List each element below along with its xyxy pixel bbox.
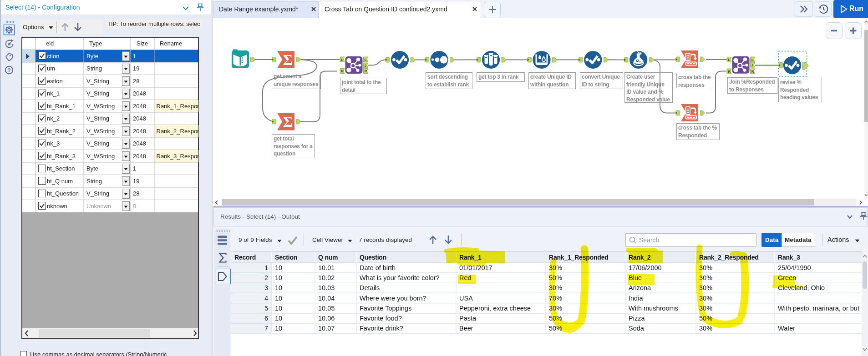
svg-text:R: R [365, 69, 367, 73]
svg-text:R: R [341, 69, 344, 73]
svg-text:L: L [728, 58, 730, 62]
svg-text:Σ: Σ [283, 52, 293, 68]
svg-text:?: ? [8, 67, 11, 73]
svg-text:Σ: Σ [283, 114, 293, 130]
svg-text:J: J [365, 64, 366, 68]
svg-text:L: L [365, 58, 367, 62]
svg-text:L: L [751, 58, 754, 62]
svg-text:J: J [751, 63, 753, 67]
svg-text:L: L [341, 58, 343, 62]
svg-text:R: R [751, 70, 754, 74]
svg-text:R: R [728, 70, 731, 74]
